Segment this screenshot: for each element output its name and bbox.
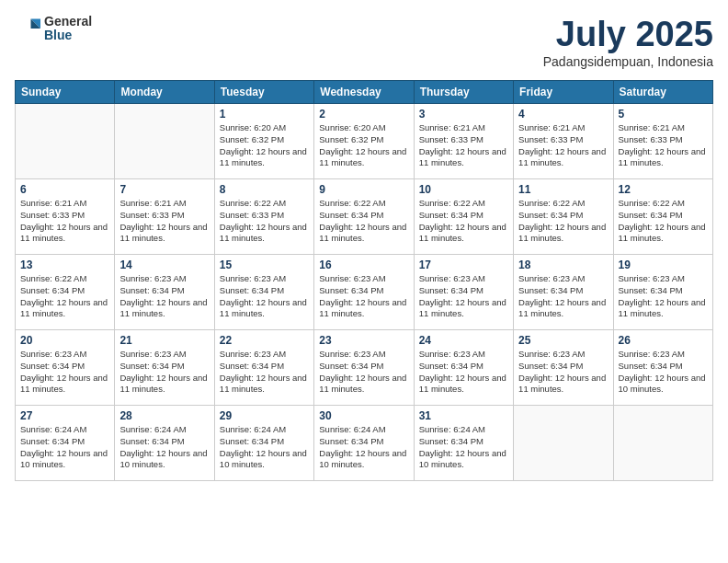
day-info: Sunrise: 6:23 AM Sunset: 6:34 PM Dayligh… — [319, 349, 408, 396]
day-number: 10 — [419, 183, 508, 196]
day-number: 6 — [20, 183, 109, 196]
calendar-day-cell: 21Sunrise: 6:23 AM Sunset: 6:34 PM Dayli… — [115, 330, 214, 406]
day-info: Sunrise: 6:22 AM Sunset: 6:34 PM Dayligh… — [419, 198, 508, 245]
calendar-day-cell: 7Sunrise: 6:21 AM Sunset: 6:33 PM Daylig… — [115, 179, 214, 255]
day-number: 3 — [419, 108, 508, 121]
calendar-day-cell: 27Sunrise: 6:24 AM Sunset: 6:34 PM Dayli… — [16, 406, 115, 481]
day-info: Sunrise: 6:23 AM Sunset: 6:34 PM Dayligh… — [518, 273, 608, 320]
day-info: Sunrise: 6:23 AM Sunset: 6:34 PM Dayligh… — [619, 273, 708, 320]
day-info: Sunrise: 6:22 AM Sunset: 6:34 PM Dayligh… — [518, 198, 608, 245]
month-title: July 2025 — [543, 15, 713, 54]
day-info: Sunrise: 6:21 AM Sunset: 6:33 PM Dayligh… — [419, 122, 508, 169]
day-info: Sunrise: 6:22 AM Sunset: 6:34 PM Dayligh… — [619, 198, 708, 245]
calendar-day-cell — [613, 406, 712, 481]
calendar-day-cell: 31Sunrise: 6:24 AM Sunset: 6:34 PM Dayli… — [414, 406, 513, 481]
calendar-day-cell: 3Sunrise: 6:21 AM Sunset: 6:33 PM Daylig… — [414, 104, 513, 179]
day-number: 14 — [119, 259, 209, 271]
calendar-day-cell: 26Sunrise: 6:23 AM Sunset: 6:34 PM Dayli… — [613, 330, 712, 406]
weekday-header: Saturday — [613, 81, 712, 104]
day-info: Sunrise: 6:21 AM Sunset: 6:33 PM Dayligh… — [119, 198, 209, 245]
page-header: General Blue July 2025 Padangsidempuan, … — [15, 15, 713, 69]
day-number: 23 — [319, 334, 408, 347]
day-number: 29 — [220, 409, 309, 422]
calendar-week-row: 1Sunrise: 6:20 AM Sunset: 6:32 PM Daylig… — [16, 104, 713, 179]
day-info: Sunrise: 6:23 AM Sunset: 6:34 PM Dayligh… — [419, 273, 508, 320]
calendar-day-cell: 2Sunrise: 6:20 AM Sunset: 6:32 PM Daylig… — [314, 104, 414, 179]
calendar-day-cell: 28Sunrise: 6:24 AM Sunset: 6:34 PM Dayli… — [115, 406, 214, 481]
logo-icon — [15, 16, 40, 41]
calendar-day-cell: 16Sunrise: 6:23 AM Sunset: 6:34 PM Dayli… — [314, 255, 414, 330]
day-number: 31 — [419, 409, 508, 422]
calendar-day-cell: 25Sunrise: 6:23 AM Sunset: 6:34 PM Dayli… — [514, 330, 613, 406]
calendar-day-cell: 24Sunrise: 6:23 AM Sunset: 6:34 PM Dayli… — [414, 330, 513, 406]
calendar-day-cell: 12Sunrise: 6:22 AM Sunset: 6:34 PM Dayli… — [613, 179, 712, 255]
day-info: Sunrise: 6:23 AM Sunset: 6:34 PM Dayligh… — [419, 349, 508, 396]
day-info: Sunrise: 6:23 AM Sunset: 6:34 PM Dayligh… — [119, 273, 209, 320]
logo-general: General — [44, 15, 92, 29]
weekday-header: Thursday — [414, 81, 513, 104]
logo-blue: Blue — [44, 29, 92, 42]
calendar-week-row: 27Sunrise: 6:24 AM Sunset: 6:34 PM Dayli… — [16, 406, 713, 481]
calendar-day-cell: 10Sunrise: 6:22 AM Sunset: 6:34 PM Dayli… — [414, 179, 513, 255]
weekday-header: Friday — [514, 81, 613, 104]
calendar-day-cell: 22Sunrise: 6:23 AM Sunset: 6:34 PM Dayli… — [214, 330, 313, 406]
day-number: 28 — [119, 409, 209, 422]
calendar-day-cell: 15Sunrise: 6:23 AM Sunset: 6:34 PM Dayli… — [214, 255, 313, 330]
calendar-day-cell: 8Sunrise: 6:22 AM Sunset: 6:33 PM Daylig… — [214, 179, 313, 255]
day-number: 27 — [20, 409, 109, 422]
day-number: 26 — [619, 334, 708, 347]
day-info: Sunrise: 6:24 AM Sunset: 6:34 PM Dayligh… — [419, 424, 508, 471]
calendar-day-cell — [514, 406, 613, 481]
calendar-day-cell: 11Sunrise: 6:22 AM Sunset: 6:34 PM Dayli… — [514, 179, 613, 255]
day-info: Sunrise: 6:21 AM Sunset: 6:33 PM Dayligh… — [20, 198, 109, 245]
day-info: Sunrise: 6:23 AM Sunset: 6:34 PM Dayligh… — [518, 349, 608, 396]
calendar-day-cell: 17Sunrise: 6:23 AM Sunset: 6:34 PM Dayli… — [414, 255, 513, 330]
calendar-week-row: 6Sunrise: 6:21 AM Sunset: 6:33 PM Daylig… — [16, 179, 713, 255]
day-number: 30 — [319, 409, 408, 422]
calendar-day-cell: 9Sunrise: 6:22 AM Sunset: 6:34 PM Daylig… — [314, 179, 414, 255]
day-info: Sunrise: 6:21 AM Sunset: 6:33 PM Dayligh… — [619, 122, 708, 169]
day-info: Sunrise: 6:23 AM Sunset: 6:34 PM Dayligh… — [220, 273, 309, 320]
day-number: 18 — [518, 259, 608, 271]
calendar-day-cell: 20Sunrise: 6:23 AM Sunset: 6:34 PM Dayli… — [16, 330, 115, 406]
calendar-day-cell: 4Sunrise: 6:21 AM Sunset: 6:33 PM Daylig… — [514, 104, 613, 179]
day-number: 25 — [518, 334, 608, 347]
day-info: Sunrise: 6:20 AM Sunset: 6:32 PM Dayligh… — [220, 122, 309, 169]
day-number: 16 — [319, 259, 408, 271]
day-number: 1 — [220, 108, 309, 121]
calendar-day-cell: 19Sunrise: 6:23 AM Sunset: 6:34 PM Dayli… — [613, 255, 712, 330]
day-info: Sunrise: 6:23 AM Sunset: 6:34 PM Dayligh… — [319, 273, 408, 320]
calendar-day-cell: 6Sunrise: 6:21 AM Sunset: 6:33 PM Daylig… — [16, 179, 115, 255]
weekday-header: Wednesday — [314, 81, 414, 104]
location-subtitle: Padangsidempuan, Indonesia — [543, 54, 713, 69]
day-number: 7 — [119, 183, 209, 196]
calendar-day-cell: 13Sunrise: 6:22 AM Sunset: 6:34 PM Dayli… — [16, 255, 115, 330]
calendar-day-cell: 30Sunrise: 6:24 AM Sunset: 6:34 PM Dayli… — [314, 406, 414, 481]
day-info: Sunrise: 6:23 AM Sunset: 6:34 PM Dayligh… — [20, 349, 109, 396]
day-info: Sunrise: 6:22 AM Sunset: 6:34 PM Dayligh… — [20, 273, 109, 320]
day-info: Sunrise: 6:24 AM Sunset: 6:34 PM Dayligh… — [119, 424, 209, 471]
calendar-day-cell: 1Sunrise: 6:20 AM Sunset: 6:32 PM Daylig… — [214, 104, 313, 179]
day-info: Sunrise: 6:24 AM Sunset: 6:34 PM Dayligh… — [319, 424, 408, 471]
weekday-header: Monday — [115, 81, 214, 104]
day-number: 15 — [220, 259, 309, 271]
calendar-day-cell: 18Sunrise: 6:23 AM Sunset: 6:34 PM Dayli… — [514, 255, 613, 330]
calendar-day-cell — [16, 104, 115, 179]
calendar-week-row: 20Sunrise: 6:23 AM Sunset: 6:34 PM Dayli… — [16, 330, 713, 406]
day-info: Sunrise: 6:23 AM Sunset: 6:34 PM Dayligh… — [619, 349, 708, 396]
day-info: Sunrise: 6:23 AM Sunset: 6:34 PM Dayligh… — [220, 349, 309, 396]
logo: General Blue — [15, 15, 92, 43]
day-number: 19 — [619, 259, 708, 271]
calendar-day-cell: 29Sunrise: 6:24 AM Sunset: 6:34 PM Dayli… — [214, 406, 313, 481]
day-number: 13 — [20, 259, 109, 271]
day-info: Sunrise: 6:22 AM Sunset: 6:33 PM Dayligh… — [220, 198, 309, 245]
day-number: 2 — [319, 108, 408, 121]
weekday-header: Sunday — [16, 81, 115, 104]
day-number: 20 — [20, 334, 109, 347]
day-info: Sunrise: 6:21 AM Sunset: 6:33 PM Dayligh… — [518, 122, 608, 169]
day-number: 21 — [119, 334, 209, 347]
day-info: Sunrise: 6:20 AM Sunset: 6:32 PM Dayligh… — [319, 122, 408, 169]
day-number: 12 — [619, 183, 708, 196]
day-number: 9 — [319, 183, 408, 196]
calendar-day-cell: 5Sunrise: 6:21 AM Sunset: 6:33 PM Daylig… — [613, 104, 712, 179]
